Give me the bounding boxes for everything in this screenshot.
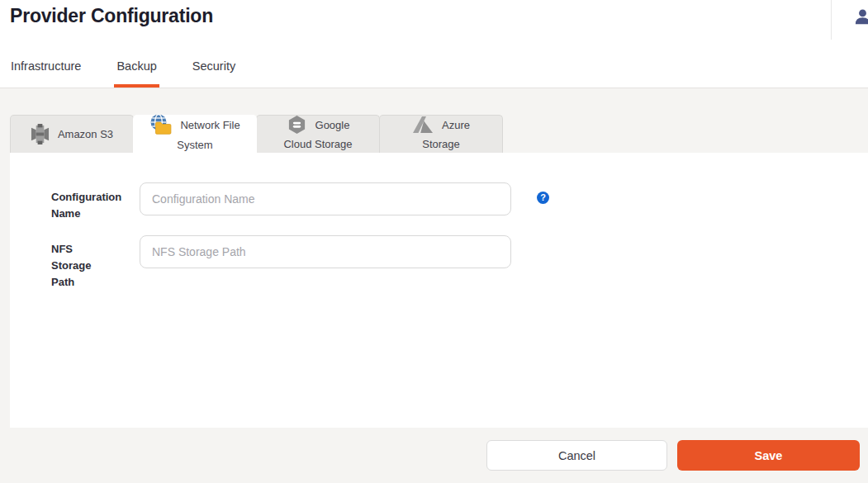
provider-tab-label-line2: System [177,135,212,154]
tab-amazon-s3[interactable]: Amazon S3 [10,115,134,153]
user-icon[interactable] [853,7,868,26]
provider-tab-label: Amazon S3 [58,125,113,144]
amazon-s3-icon [31,123,50,145]
provider-form-panel: Configuration Name ? NFS Storage Path [10,153,868,428]
provider-tab-label: Google [315,116,350,135]
configuration-name-label: Configuration Name [51,189,109,222]
cancel-button[interactable]: Cancel [486,440,667,471]
nfs-storage-path-label: NFS Storage Path [51,241,109,291]
header-divider [831,0,832,40]
provider-tab-label-line2: Cloud Storage [283,135,352,154]
provider-tab-label: Azure [442,116,470,135]
tab-backup[interactable]: Backup [116,59,156,88]
tab-azure-storage[interactable]: Azure Storage [379,115,503,153]
tab-network-file-system[interactable]: Network File System [133,115,257,153]
help-icon[interactable]: ? [537,192,549,204]
tab-security[interactable]: Security [192,59,235,88]
main-nav: Infrastructure Backup Security [11,59,235,88]
google-cloud-storage-icon [287,115,307,135]
provider-configuration-page: { "header": { "title": "Provider Configu… [0,0,868,483]
provider-tab-label-line2: Storage [422,135,460,154]
provider-tab-label: Network File [180,116,240,135]
network-file-system-icon [149,114,172,135]
header: Provider Configuration Infrastructure Ba… [0,0,868,88]
azure-storage-icon [412,116,434,134]
tab-google-cloud-storage[interactable]: Google Cloud Storage [256,115,380,153]
footer-action-bar: Cancel Save [0,428,868,483]
provider-tabbar: Amazon S3 Network File System [10,115,502,153]
configuration-name-input[interactable] [140,182,511,215]
tab-infrastructure[interactable]: Infrastructure [11,59,81,88]
page-title: Provider Configuration [10,5,213,27]
user-icon-glyph [853,7,868,26]
save-button[interactable]: Save [677,440,860,471]
nfs-storage-path-input[interactable] [140,235,511,268]
